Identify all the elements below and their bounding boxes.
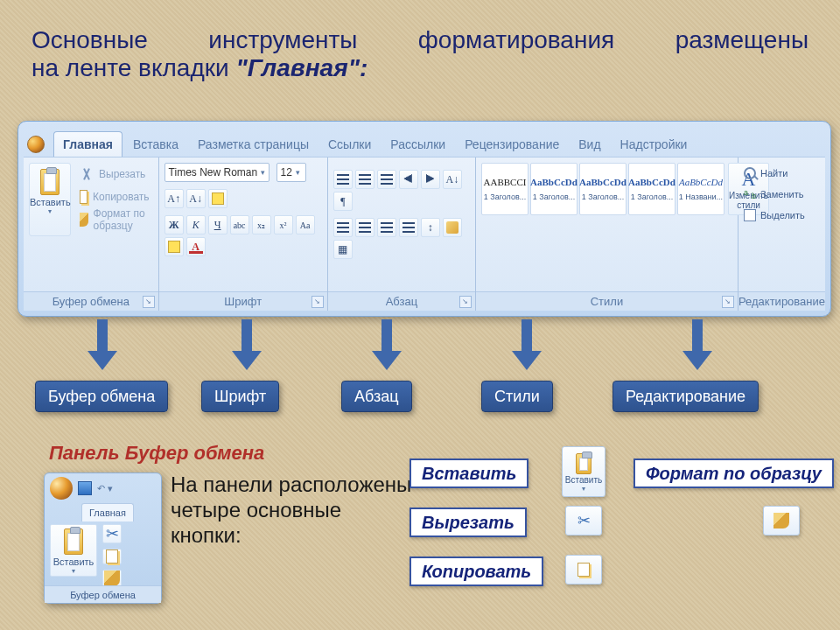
align-left-button[interactable] xyxy=(333,218,353,237)
font-launcher[interactable]: ↘ xyxy=(312,296,324,308)
tab-mailings[interactable]: Рассылки xyxy=(382,132,454,157)
bullets-icon xyxy=(337,174,349,185)
tab-review[interactable]: Рецензирование xyxy=(456,132,568,157)
copy-button[interactable]: Копировать xyxy=(76,186,153,208)
arrow-paragraph xyxy=(372,319,402,368)
arrow-font xyxy=(232,319,262,368)
clipboard-icon xyxy=(40,169,60,195)
tab-insert[interactable]: Вставка xyxy=(124,132,187,157)
label-format-painter: Формат по образцу xyxy=(634,458,834,488)
tab-home[interactable]: Главная xyxy=(53,131,122,157)
format-painter-button[interactable]: Формат по образцу xyxy=(76,208,153,231)
tab-references[interactable]: Ссылки xyxy=(319,132,380,157)
group-styles: AABBCCI1 Заголов... AaBbCcDd1 Заголов...… xyxy=(476,158,738,311)
align-right-button[interactable] xyxy=(377,218,396,237)
paste-label: Вставить xyxy=(30,197,70,207)
standalone-paste-button[interactable]: Вставить ▾ xyxy=(562,446,606,497)
paragraph-launcher[interactable]: ↘ xyxy=(459,296,472,308)
subscript-button[interactable]: x₂ xyxy=(252,215,271,234)
line-spacing-button[interactable]: ↕ xyxy=(421,218,440,237)
strike-button[interactable]: abc xyxy=(230,215,249,234)
style-tile-1[interactable]: AABBCCI1 Заголов... xyxy=(481,163,528,215)
mini-ribbon: ↶ ▾ Главная Вставить ▾ ✂ Буфер обмена xyxy=(44,472,162,604)
mini-tab-home[interactable]: Главная xyxy=(81,503,134,522)
underline-button[interactable]: Ч xyxy=(208,215,228,234)
justify-button[interactable] xyxy=(399,218,418,237)
indent-dec-button[interactable]: ⯇ xyxy=(399,170,418,189)
mini-paste-label: Вставить xyxy=(51,556,96,567)
style-tile-3[interactable]: AaBbCcDd1 Заголов... xyxy=(579,163,626,215)
group-styles-label: Стили↘ xyxy=(476,291,738,311)
standalone-copy-icon xyxy=(578,563,590,577)
standalone-format-painter-button[interactable] xyxy=(763,506,800,536)
font-size-combo[interactable]: 12▾ xyxy=(276,163,306,182)
office-button-icon[interactable] xyxy=(27,136,45,153)
style-tile-4[interactable]: AaBbCcDd1 Заголов... xyxy=(628,163,676,215)
multilevel-button[interactable] xyxy=(377,170,396,189)
pilcrow-button[interactable]: ¶ xyxy=(333,192,353,211)
sort-button[interactable]: A↓ xyxy=(443,170,462,189)
shrink-font-button[interactable]: A↓ xyxy=(186,189,206,208)
styles-gallery[interactable]: AABBCCI1 Заголов... AaBbCcDd1 Заголов...… xyxy=(481,163,724,215)
styles-launcher[interactable]: ↘ xyxy=(722,296,734,308)
clear-format-button[interactable] xyxy=(208,189,228,208)
cut-button[interactable]: Вырезать xyxy=(76,163,153,186)
standalone-copy-button[interactable] xyxy=(565,555,602,584)
font-color-button[interactable]: A xyxy=(186,237,206,256)
mini-brush-icon xyxy=(104,570,120,586)
highlight-icon xyxy=(168,241,180,253)
callout-font: Шрифт xyxy=(201,381,279,412)
arrows-row xyxy=(18,319,831,381)
style-tile-2[interactable]: AaBbCcDd1 Заголов... xyxy=(530,163,578,215)
italic-button[interactable]: К xyxy=(186,215,206,234)
mini-format-painter-button[interactable] xyxy=(102,570,122,587)
paste-button[interactable]: Вставить ▾ xyxy=(29,163,71,236)
bullets-button[interactable] xyxy=(333,170,353,189)
mini-paste-button[interactable]: Вставить ▾ xyxy=(50,524,97,577)
arrow-editing xyxy=(682,319,712,368)
change-case-button[interactable]: Aa xyxy=(296,215,315,234)
find-button[interactable]: Найти xyxy=(744,163,820,184)
numbering-button[interactable] xyxy=(355,170,374,189)
mini-copy-button[interactable] xyxy=(102,549,122,564)
align-center-icon xyxy=(359,222,371,233)
group-paragraph-label: Абзац↘ xyxy=(328,291,475,311)
indent-inc-button[interactable]: ⯈ xyxy=(421,170,440,189)
mini-save-icon[interactable] xyxy=(78,481,92,495)
standalone-cut-button[interactable]: ✂ xyxy=(565,506,602,536)
heading-line1: Основные инструменты форматирования разм… xyxy=(32,26,808,54)
style-tile-5[interactable]: AaBbCcDd1 Названи... xyxy=(677,163,724,215)
callout-styles: Стили xyxy=(481,381,553,412)
tab-addins[interactable]: Надстройки xyxy=(612,132,696,157)
label-copy: Копировать xyxy=(410,556,543,586)
borders-button[interactable]: ▦ xyxy=(333,240,353,259)
format-painter-icon xyxy=(80,213,88,227)
slide-heading: Основные инструменты форматирования разм… xyxy=(32,26,808,82)
select-button[interactable]: Выделить xyxy=(744,205,820,226)
tab-page-layout[interactable]: Разметка страницы xyxy=(189,132,318,157)
align-center-button[interactable] xyxy=(355,218,374,237)
grow-font-button[interactable]: A↑ xyxy=(164,189,184,208)
heading-accent: "Главная": xyxy=(235,54,368,81)
replace-button[interactable]: Заменить xyxy=(744,184,820,205)
group-font: Times New Roman▾ 12▾ A↑ A↓ Ж К Ч abc x₂ … xyxy=(159,158,328,311)
bold-button[interactable]: Ж xyxy=(164,215,184,234)
eraser-icon xyxy=(212,192,224,205)
font-name-combo[interactable]: Times New Roman▾ xyxy=(164,163,270,182)
clipboard-launcher[interactable]: ↘ xyxy=(143,296,155,308)
ribbon-groups: Вставить ▾ Вырезать Копировать Формат по… xyxy=(24,157,825,311)
mini-office-button-icon[interactable] xyxy=(50,477,73,500)
find-icon xyxy=(744,167,756,179)
panel-description: На панели расположены четыре основные кн… xyxy=(171,472,416,548)
word-ribbon: Главная Вставка Разметка страницы Ссылки… xyxy=(18,121,831,317)
highlight-button[interactable] xyxy=(164,237,184,256)
superscript-button[interactable]: x² xyxy=(274,215,293,234)
standalone-clipboard-icon xyxy=(576,453,592,474)
mini-cut-button[interactable]: ✂ xyxy=(102,524,122,543)
tab-view[interactable]: Вид xyxy=(570,132,609,157)
callout-clipboard: Буфер обмена xyxy=(35,381,168,412)
mini-copy-icon xyxy=(106,550,118,564)
shading-button[interactable] xyxy=(443,218,462,237)
mini-clipboard-icon xyxy=(64,528,83,555)
group-paragraph: ⯇ ⯈ A↓ ¶ ↕ ▦ Абзац↘ xyxy=(328,158,476,311)
